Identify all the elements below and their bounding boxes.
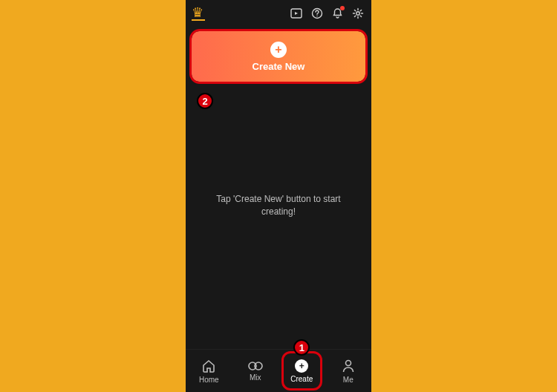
cast-icon[interactable] — [290, 8, 302, 19]
gear-icon[interactable] — [352, 7, 364, 19]
create-new-button[interactable]: + Create New — [192, 31, 365, 82]
bell-icon[interactable] — [332, 7, 343, 19]
bottom-nav: Home Mix 1 + Create — [186, 349, 371, 392]
top-bar: ♛ — [186, 0, 371, 27]
nav-mix[interactable]: Mix — [232, 350, 279, 392]
app-screen: ♛ — [186, 0, 371, 392]
person-icon — [342, 359, 355, 373]
plus-icon: + — [270, 42, 287, 58]
mix-icon — [247, 361, 264, 371]
notification-dot — [340, 6, 345, 10]
nav-mix-label: Mix — [250, 373, 261, 382]
svg-point-2 — [316, 16, 317, 16]
home-icon — [201, 359, 216, 373]
crown-icon[interactable]: ♛ — [192, 6, 205, 21]
annotation-badge-1: 1 — [293, 339, 310, 356]
create-icon: + — [295, 359, 308, 373]
empty-state-message: Tap 'Create New' button to start creatin… — [186, 193, 371, 218]
nav-create[interactable]: 1 + Create — [278, 350, 325, 392]
help-icon[interactable] — [311, 7, 323, 19]
svg-point-6 — [345, 360, 351, 365]
nav-me-label: Me — [343, 376, 354, 384]
nav-home-label: Home — [199, 376, 219, 384]
nav-create-label: Create — [290, 375, 313, 383]
create-new-label: Create New — [253, 61, 305, 72]
annotation-badge-2: 2 — [197, 93, 213, 109]
svg-point-3 — [356, 12, 359, 15]
nav-home[interactable]: Home — [186, 350, 232, 392]
nav-me[interactable]: Me — [325, 350, 372, 392]
